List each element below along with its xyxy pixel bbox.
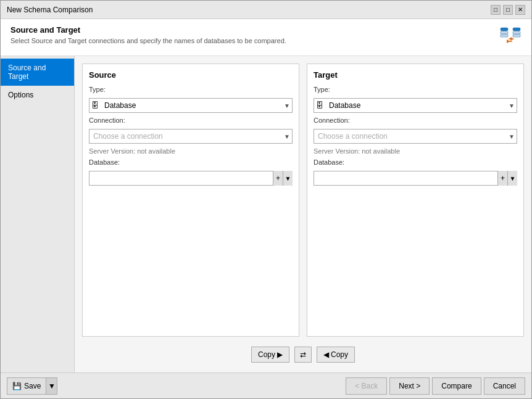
- copy-right-button[interactable]: Copy ▶: [251, 347, 289, 363]
- source-database-dropdown-button[interactable]: ▼: [283, 171, 293, 186]
- source-database-add-button[interactable]: +: [273, 171, 283, 186]
- section-description: Select Source and Target connections and…: [10, 37, 286, 44]
- source-server-version: Server Version: not available: [89, 147, 293, 155]
- target-connection-wrapper: Choose a connection ▼: [314, 129, 517, 144]
- bottom-bar: 💾 Save ▼ < Back Next > Compare Cancel: [1, 372, 531, 398]
- copy-left-label: Copy: [331, 350, 348, 359]
- next-button[interactable]: Next >: [389, 377, 430, 395]
- save-button[interactable]: 💾 Save: [7, 377, 46, 395]
- save-label: Save: [24, 382, 41, 390]
- copy-right-arrow-icon: ▶: [277, 350, 283, 359]
- title-bar: New Schema Comparison □ □ ✕: [1, 1, 531, 19]
- target-type-label: Type:: [314, 86, 517, 93]
- window-controls: □ □ ✕: [491, 5, 525, 15]
- bottom-left: 💾 Save ▼: [7, 377, 57, 395]
- source-type-wrapper: 🗄 Database ▼: [89, 98, 293, 113]
- back-label: < Back: [355, 382, 378, 390]
- schema-comparison-icon: [499, 25, 522, 49]
- target-panel: Target Type: 🗄 Database ▼ Connection: Ch…: [307, 64, 524, 337]
- swap-icon: ⇄: [300, 350, 306, 359]
- header-text: Source and Target Select Source and Targ…: [10, 25, 286, 44]
- compare-button[interactable]: Compare: [432, 377, 481, 395]
- source-connection-label: Connection:: [89, 117, 293, 124]
- svg-rect-5: [513, 35, 520, 37]
- save-dropdown-button[interactable]: ▼: [46, 377, 57, 395]
- target-database-input[interactable]: [314, 171, 517, 186]
- copy-row: Copy ▶ ⇄ ◀ Copy: [82, 344, 524, 365]
- sidebar-item-options[interactable]: Options: [1, 86, 74, 104]
- source-connection-select[interactable]: Choose a connection: [89, 129, 293, 144]
- target-database-label: Database:: [314, 158, 517, 166]
- copy-right-label: Copy: [258, 350, 275, 359]
- source-type-select[interactable]: Database: [89, 98, 293, 113]
- save-disk-icon: 💾: [12, 382, 22, 390]
- target-server-version: Server Version: not available: [314, 147, 517, 155]
- sidebar-item-source-and-target[interactable]: Source and Target: [1, 59, 74, 86]
- source-panel: Source Type: 🗄 Database ▼ Connection: Ch…: [82, 64, 299, 337]
- target-database-add-button[interactable]: +: [497, 171, 507, 186]
- copy-left-arrow-icon: ◀: [323, 350, 329, 359]
- sidebar: Source and Target Options: [1, 56, 75, 372]
- content-area: Source and Target Options Source Type: 🗄…: [1, 56, 531, 372]
- source-connection-wrapper: Choose a connection ▼: [89, 129, 293, 144]
- section-title: Source and Target: [10, 25, 286, 35]
- next-label: Next >: [399, 382, 420, 390]
- back-button[interactable]: < Back: [346, 377, 387, 395]
- target-type-select[interactable]: Database: [314, 98, 517, 113]
- save-dropdown-arrow-icon: ▼: [48, 382, 56, 390]
- source-type-label: Type:: [89, 86, 293, 93]
- source-panel-title: Source: [89, 70, 293, 80]
- target-connection-select[interactable]: Choose a connection: [314, 129, 517, 144]
- target-connection-label: Connection:: [314, 117, 517, 124]
- svg-rect-1: [501, 31, 508, 34]
- panels-row: Source Type: 🗄 Database ▼ Connection: Ch…: [82, 64, 524, 337]
- main-window: New Schema Comparison □ □ ✕ Source and T…: [0, 0, 532, 399]
- source-database-wrapper: + ▼: [89, 171, 293, 186]
- svg-rect-0: [501, 28, 508, 31]
- svg-rect-2: [501, 35, 508, 37]
- target-panel-title: Target: [314, 70, 517, 80]
- cancel-button[interactable]: Cancel: [484, 377, 525, 395]
- window-title: New Schema Comparison: [7, 6, 93, 14]
- svg-rect-3: [513, 28, 520, 31]
- target-database-wrapper: + ▼: [314, 171, 517, 186]
- minimize-button[interactable]: □: [491, 5, 501, 15]
- maximize-button[interactable]: □: [503, 5, 513, 15]
- cancel-label: Cancel: [493, 382, 516, 390]
- target-type-wrapper: 🗄 Database ▼: [314, 98, 517, 113]
- close-button[interactable]: ✕: [515, 5, 525, 15]
- copy-left-button[interactable]: ◀ Copy: [317, 347, 355, 363]
- main-content: Source Type: 🗄 Database ▼ Connection: Ch…: [75, 56, 531, 372]
- svg-rect-4: [513, 31, 520, 34]
- header-area: Source and Target Select Source and Targ…: [1, 19, 531, 56]
- target-database-dropdown-button[interactable]: ▼: [507, 171, 517, 186]
- source-database-input[interactable]: [89, 171, 293, 186]
- bottom-right: < Back Next > Compare Cancel: [346, 377, 525, 395]
- compare-label: Compare: [441, 382, 472, 390]
- swap-button[interactable]: ⇄: [294, 347, 312, 363]
- source-database-label: Database:: [89, 158, 293, 166]
